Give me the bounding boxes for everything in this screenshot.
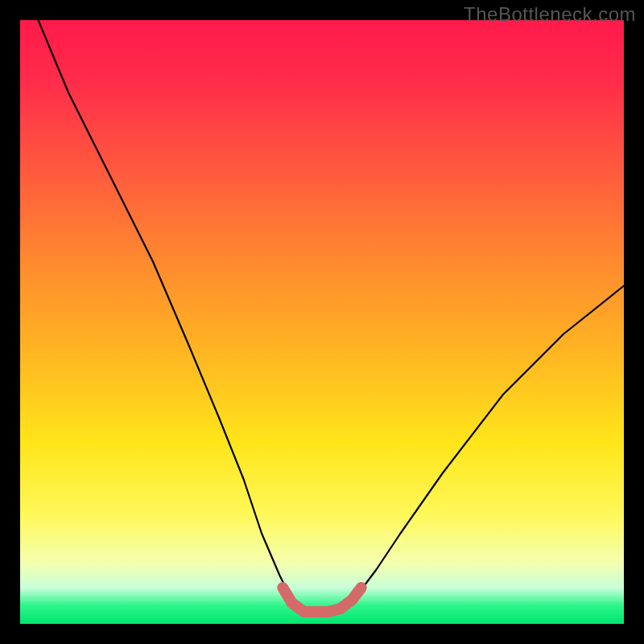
optimal-region (283, 588, 361, 612)
chart-frame: TheBottleneck.com (0, 0, 644, 644)
curve-layer (20, 20, 624, 624)
bottleneck-curve (39, 20, 625, 612)
plot-area (20, 20, 624, 624)
watermark-label: TheBottleneck.com (464, 3, 636, 26)
